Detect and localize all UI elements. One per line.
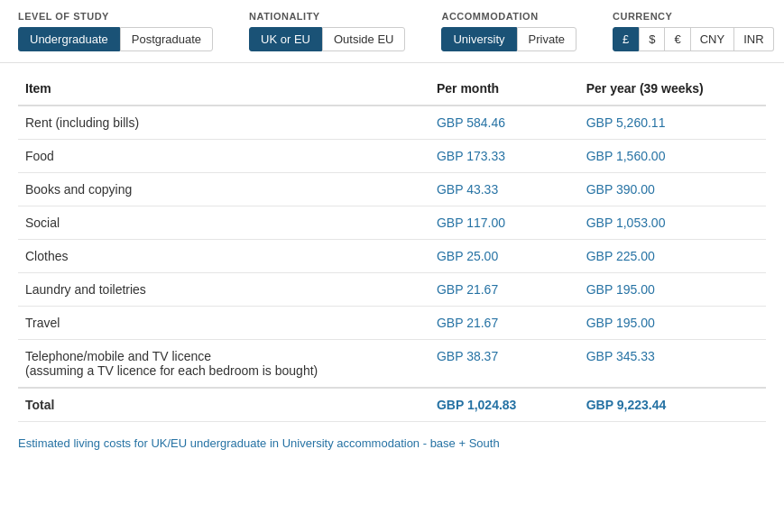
table-row: Telephone/mobile and TV licence(assuming… (18, 340, 766, 389)
total-row: TotalGBP 1,024.83GBP 9,223.44 (18, 388, 766, 422)
usd-button[interactable]: $ (639, 27, 665, 51)
per-year-cell: GBP 195.00 (579, 273, 766, 307)
per-month-cell: GBP 21.67 (429, 307, 579, 340)
university-button[interactable]: University (441, 27, 516, 51)
accommodation-group: ACCOMMODATION University Private (441, 11, 576, 51)
postgraduate-button[interactable]: Postgraduate (120, 27, 213, 51)
per-year-cell: GBP 5,260.11 (579, 105, 766, 140)
undergraduate-button[interactable]: Undergraduate (18, 27, 120, 51)
top-bar: LEVEL OF STUDY Undergraduate Postgraduat… (0, 0, 784, 63)
item-cell: Food (18, 140, 429, 173)
per-year-cell: GBP 195.00 (579, 307, 766, 340)
currency-buttons: £ $ € CNY INR (613, 27, 774, 51)
per-year-cell: GBP 225.00 (579, 240, 766, 273)
nationality-label: NATIONALITY (249, 11, 405, 22)
per-year-cell: GBP 1,053.00 (579, 206, 766, 240)
item-cell: Clothes (18, 240, 429, 273)
per-year-cell: GBP 1,560.00 (579, 140, 766, 173)
header-per-year: Per year (39 weeks) (579, 72, 766, 105)
per-month-cell: GBP 584.46 (429, 105, 579, 140)
accommodation-label: ACCOMMODATION (441, 11, 576, 22)
item-cell: Rent (including bills) (18, 105, 429, 140)
outside-eu-button[interactable]: Outside EU (322, 27, 405, 51)
footer-note: Estimated living costs for UK/EU undergr… (18, 436, 766, 450)
table-row: Rent (including bills)GBP 584.46GBP 5,26… (18, 105, 766, 140)
accommodation-buttons: University Private (441, 27, 576, 51)
eur-button[interactable]: € (665, 27, 690, 51)
table-row: Books and copyingGBP 43.33GBP 390.00 (18, 173, 766, 206)
header-item: Item (18, 72, 429, 105)
filter-row: LEVEL OF STUDY Undergraduate Postgraduat… (18, 11, 766, 51)
item-cell: Telephone/mobile and TV licence(assuming… (18, 340, 429, 389)
currency-group: CURRENCY £ $ € CNY INR (613, 11, 774, 51)
level-of-study-label: LEVEL OF STUDY (18, 11, 213, 22)
per-month-cell: GBP 21.67 (429, 273, 579, 307)
currency-label: CURRENCY (613, 11, 774, 22)
per-month-cell: GBP 25.00 (429, 240, 579, 273)
footer-note-text: Estimated living costs for UK/EU undergr… (18, 436, 500, 450)
total-per-month: GBP 1,024.83 (429, 388, 579, 422)
total-per-year: GBP 9,223.44 (579, 388, 766, 422)
nationality-group: NATIONALITY UK or EU Outside EU (249, 11, 405, 51)
table-row: SocialGBP 117.00GBP 1,053.00 (18, 206, 766, 240)
per-month-cell: GBP 117.00 (429, 206, 579, 240)
nationality-buttons: UK or EU Outside EU (249, 27, 405, 51)
level-of-study-group: LEVEL OF STUDY Undergraduate Postgraduat… (18, 11, 213, 51)
item-cell: Travel (18, 307, 429, 340)
per-month-cell: GBP 173.33 (429, 140, 579, 173)
item-cell: Social (18, 206, 429, 240)
table-row: FoodGBP 173.33GBP 1,560.00 (18, 140, 766, 173)
uk-eu-button[interactable]: UK or EU (249, 27, 322, 51)
total-label: Total (18, 388, 429, 422)
per-month-cell: GBP 43.33 (429, 173, 579, 206)
gbp-button[interactable]: £ (613, 27, 639, 51)
table-row: TravelGBP 21.67GBP 195.00 (18, 307, 766, 340)
table-row: Laundry and toiletriesGBP 21.67GBP 195.0… (18, 273, 766, 307)
private-button[interactable]: Private (517, 27, 576, 51)
main-content: Item Per month Per year (39 weeks) Rent … (0, 63, 784, 468)
item-cell: Laundry and toiletries (18, 273, 429, 307)
level-of-study-buttons: Undergraduate Postgraduate (18, 27, 213, 51)
cny-button[interactable]: CNY (691, 27, 734, 51)
item-cell: Books and copying (18, 173, 429, 206)
header-per-month: Per month (429, 72, 579, 105)
table-row: ClothesGBP 25.00GBP 225.00 (18, 240, 766, 273)
per-month-cell: GBP 38.37 (429, 340, 579, 389)
table-header-row: Item Per month Per year (39 weeks) (18, 72, 766, 105)
per-year-cell: GBP 390.00 (579, 173, 766, 206)
per-year-cell: GBP 345.33 (579, 340, 766, 389)
costs-table: Item Per month Per year (39 weeks) Rent … (18, 72, 766, 422)
inr-button[interactable]: INR (734, 27, 773, 51)
